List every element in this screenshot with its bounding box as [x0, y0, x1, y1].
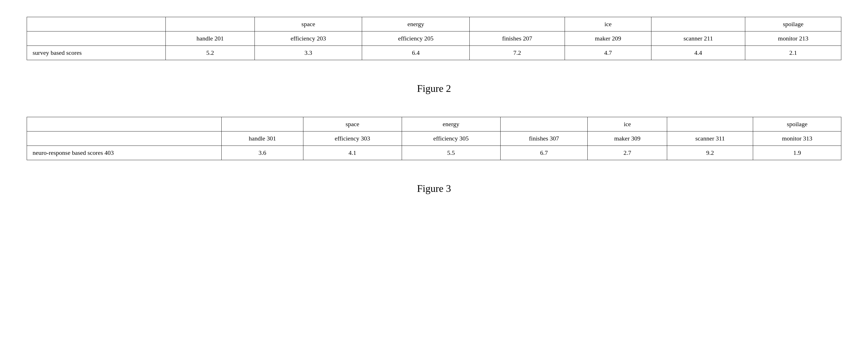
- f3-h2-c6: maker 309: [588, 131, 667, 146]
- figure2-caption: Figure 2: [417, 83, 451, 94]
- figure2-data-row: survey based scores 5.2 3.3 6.4 7.2 4.7 …: [27, 46, 841, 60]
- f3-data-c6: 2.7: [588, 146, 667, 160]
- f3-h1-c1: [27, 117, 222, 131]
- f3-data-c8: 1.9: [753, 146, 841, 160]
- figure3-table: space energy ice spoilage handle 301 eff…: [27, 117, 841, 160]
- f2-h1-c3: space: [254, 17, 362, 31]
- f3-h1-c6: ice: [588, 117, 667, 131]
- f2-h2-c3: efficiency 203: [254, 31, 362, 46]
- f3-h1-c8: spoilage: [753, 117, 841, 131]
- f2-h2-c2: handle 201: [166, 31, 254, 46]
- f2-data-c6: 4.7: [565, 46, 651, 60]
- f2-h2-c1: [27, 31, 166, 46]
- figure3-caption: Figure 3: [417, 183, 451, 195]
- f2-data-c4: 6.4: [362, 46, 470, 60]
- f2-h1-c5: [470, 17, 565, 31]
- f2-h2-c6: maker 209: [565, 31, 651, 46]
- figure3-container: space energy ice spoilage handle 301 eff…: [27, 117, 841, 195]
- figure2-header-row2: handle 201 efficiency 203 efficiency 205…: [27, 31, 841, 46]
- f3-data-c3: 4.1: [303, 146, 402, 160]
- f3-h2-c7: scanner 311: [667, 131, 753, 146]
- f2-data-c5: 7.2: [470, 46, 565, 60]
- f3-h1-c2: [222, 117, 303, 131]
- f3-data-c5: 6.7: [500, 146, 588, 160]
- figure3-header-row1: space energy ice spoilage: [27, 117, 841, 131]
- f3-h1-c5: [500, 117, 588, 131]
- f2-data-c2: 5.2: [166, 46, 254, 60]
- f2-data-label: survey based scores: [27, 46, 166, 60]
- f3-data-c2: 3.6: [222, 146, 303, 160]
- f2-h1-c2: [166, 17, 254, 31]
- f3-data-c7: 9.2: [667, 146, 753, 160]
- f3-h2-c3: efficiency 303: [303, 131, 402, 146]
- f2-h1-c7: [651, 17, 745, 31]
- f2-h1-c1: [27, 17, 166, 31]
- figure2-header-row1: space energy ice spoilage: [27, 17, 841, 31]
- f2-data-c3: 3.3: [254, 46, 362, 60]
- f3-data-label: neuro-response based scores 403: [27, 146, 222, 160]
- f3-data-c4: 5.5: [402, 146, 500, 160]
- figure3-header-row2: handle 301 efficiency 303 efficiency 305…: [27, 131, 841, 146]
- f3-h2-c8: monitor 313: [753, 131, 841, 146]
- f2-data-c8: 2.1: [745, 46, 841, 60]
- f2-data-c7: 4.4: [651, 46, 745, 60]
- f3-h1-c7: [667, 117, 753, 131]
- f2-h2-c5: finishes 207: [470, 31, 565, 46]
- f2-h2-c7: scanner 211: [651, 31, 745, 46]
- figure2-container: space energy ice spoilage handle 201 eff…: [27, 17, 841, 94]
- f2-h1-c6: ice: [565, 17, 651, 31]
- f3-h1-c3: space: [303, 117, 402, 131]
- f3-h2-c5: finishes 307: [500, 131, 588, 146]
- f3-h1-c4: energy: [402, 117, 500, 131]
- figure2-table: space energy ice spoilage handle 201 eff…: [27, 17, 841, 60]
- f3-h2-c1: [27, 131, 222, 146]
- f2-h2-c8: monitor 213: [745, 31, 841, 46]
- f2-h1-c4: energy: [362, 17, 470, 31]
- f2-h1-c8: spoilage: [745, 17, 841, 31]
- f2-h2-c4: efficiency 205: [362, 31, 470, 46]
- f3-h2-c4: efficiency 305: [402, 131, 500, 146]
- f3-h2-c2: handle 301: [222, 131, 303, 146]
- figure3-data-row: neuro-response based scores 403 3.6 4.1 …: [27, 146, 841, 160]
